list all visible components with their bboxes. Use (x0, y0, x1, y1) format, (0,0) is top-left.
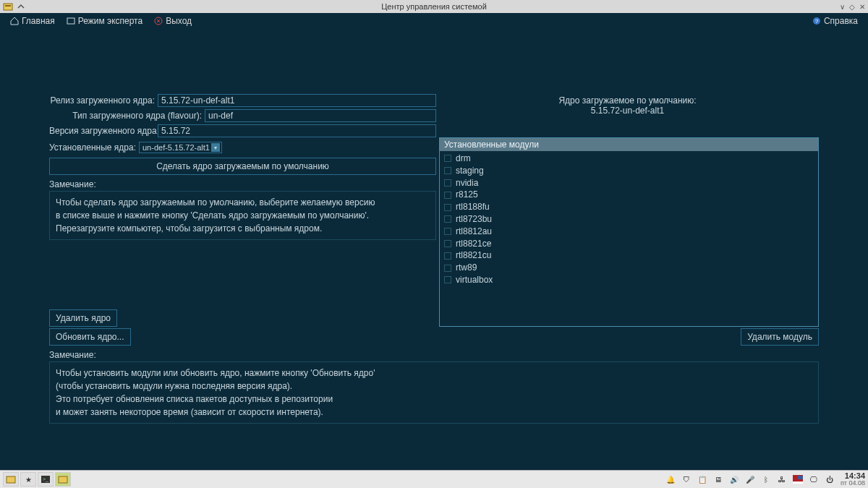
svg-rect-1 (5, 5, 11, 7)
version-input[interactable] (158, 124, 436, 137)
expert-icon (67, 17, 75, 25)
microphone-icon[interactable]: 🎤 (745, 474, 755, 484)
installed-dropdown[interactable]: un-def-5.15.72-alt1 ▾ (139, 142, 222, 153)
taskbar: ★ >_ 🔔 ⛉ 📋 🖥 🔊 🎤 ᛒ 🖧 🖵 ⏻ 14:34 пт 04.08 (0, 470, 868, 488)
remove-kernel-button[interactable]: Удалить ядро (49, 309, 117, 327)
remove-module-button[interactable]: Удалить модуль (741, 328, 819, 346)
svg-rect-6 (7, 476, 15, 483)
module-item[interactable]: rtl8821cu (440, 249, 818, 262)
close-button[interactable]: ✕ (859, 3, 865, 11)
module-label: virtualbox (456, 274, 493, 286)
module-item[interactable]: rtl8821ce (440, 238, 818, 250)
main-content: Релиз загруженного ядра: Тип загруженног… (0, 29, 868, 470)
note2-box: Чтобы установить модули или обновить ядр… (49, 361, 819, 424)
bluetooth-icon[interactable]: ᛒ (761, 474, 771, 484)
keyboard-layout-icon[interactable] (793, 474, 803, 484)
maximize-button[interactable]: ◇ (849, 3, 855, 11)
module-label: rtl8821cu (456, 249, 491, 262)
svg-text:>_: >_ (43, 476, 48, 482)
taskbar-control-center[interactable] (55, 472, 71, 487)
modules-list[interactable]: drmstagingnvidiar8125rtl8188furtl8723bur… (440, 151, 818, 326)
module-item[interactable]: rtl8188fu (440, 201, 818, 213)
network-icon[interactable]: 🖧 (777, 474, 787, 484)
svg-rect-2 (67, 18, 75, 24)
menu-expert[interactable]: Режим эксперта (61, 16, 148, 26)
make-default-button[interactable]: Сделать ядро загружаемым по умолчанию (49, 158, 436, 175)
clipboard-icon[interactable]: 📋 (697, 474, 707, 484)
module-label: nvidia (456, 177, 478, 189)
notification-icon[interactable]: 🔔 (665, 474, 676, 484)
module-checkbox[interactable] (444, 276, 451, 283)
module-item[interactable]: staging (440, 165, 818, 177)
module-checkbox[interactable] (444, 179, 451, 187)
module-checkbox[interactable] (444, 215, 451, 223)
module-label: rtl8812au (456, 226, 492, 238)
window-title: Центр управления системой (381, 2, 487, 11)
module-item[interactable]: virtualbox (440, 274, 818, 286)
default-kernel-value: 5.15.72-un-def-alt1 (436, 106, 819, 116)
default-kernel-label: Ядро загружаемое по умолчанию: (436, 95, 819, 106)
module-checkbox[interactable] (444, 167, 451, 174)
taskbar-terminal[interactable]: >_ (38, 472, 54, 487)
module-label: rtl8188fu (456, 201, 490, 213)
modules-header: Установленные модули (440, 138, 818, 151)
module-checkbox[interactable] (444, 252, 451, 260)
module-label: staging (456, 165, 484, 177)
module-label: rtl8821ce (456, 238, 491, 250)
module-item[interactable]: drm (440, 153, 818, 165)
module-checkbox[interactable] (444, 265, 451, 272)
chevron-down-icon: ▾ (211, 143, 220, 152)
update-kernel-button[interactable]: Обновить ядро... (49, 328, 131, 346)
svg-rect-14 (793, 475, 803, 476)
menu-home[interactable]: Главная (4, 16, 61, 26)
logout-icon[interactable]: ⏻ (825, 474, 835, 484)
module-label: r8125 (456, 189, 478, 201)
module-label: rtl8723bu (456, 213, 492, 226)
app-icon (3, 1, 13, 12)
volume-icon[interactable]: 🔊 (729, 474, 739, 484)
module-label: rtw89 (456, 262, 477, 274)
module-label: drm (456, 153, 471, 165)
flavour-input[interactable] (205, 109, 436, 122)
module-checkbox[interactable] (444, 155, 451, 162)
up-icon[interactable] (16, 1, 26, 12)
taskbar-app-menu[interactable] (3, 472, 19, 487)
svg-rect-9 (59, 476, 67, 483)
flavour-label: Тип загруженного ядра (flavour): (49, 111, 205, 121)
installed-label: Установленные ядра: (49, 142, 139, 153)
menubar: Главная Режим эксперта Выход ? Справка (0, 13, 868, 29)
module-item[interactable]: rtw89 (440, 262, 818, 274)
module-item[interactable]: r8125 (440, 189, 818, 201)
menu-exit[interactable]: Выход (148, 16, 197, 26)
module-checkbox[interactable] (444, 240, 451, 247)
help-icon: ? (812, 17, 821, 25)
module-item[interactable]: nvidia (440, 177, 818, 189)
svg-rect-13 (793, 479, 803, 481)
module-checkbox[interactable] (444, 192, 451, 199)
home-icon (10, 17, 19, 25)
version-label: Версия загруженного ядра: (49, 126, 158, 136)
taskbar-favorites[interactable]: ★ (20, 472, 36, 487)
module-checkbox[interactable] (444, 204, 451, 211)
release-label: Релиз загруженного ядра: (49, 95, 158, 106)
menu-help[interactable]: ? Справка (807, 16, 864, 26)
note1-label: Замечание: (49, 179, 436, 189)
display-icon[interactable]: 🖥 (713, 474, 723, 484)
module-item[interactable]: rtl8812au (440, 226, 818, 238)
module-item[interactable]: rtl8723bu (440, 213, 818, 226)
module-checkbox[interactable] (444, 228, 451, 235)
svg-rect-0 (4, 4, 12, 10)
note2-label: Замечание: (49, 350, 819, 360)
monitor-icon[interactable]: 🖵 (809, 474, 819, 484)
taskbar-clock[interactable]: 14:34 пт 04.08 (841, 472, 865, 487)
svg-text:?: ? (815, 18, 819, 25)
modules-panel: Установленные модули drmstagingnvidiar81… (439, 137, 819, 327)
exit-icon (154, 17, 163, 25)
release-input[interactable] (158, 94, 436, 107)
minimize-button[interactable]: ∨ (840, 3, 845, 11)
security-icon[interactable]: ⛉ (681, 474, 692, 484)
note1-box: Чтобы сделать ядро загружаемым по умолча… (49, 191, 436, 240)
window-titlebar: Центр управления системой ∨ ◇ ✕ (0, 0, 868, 13)
